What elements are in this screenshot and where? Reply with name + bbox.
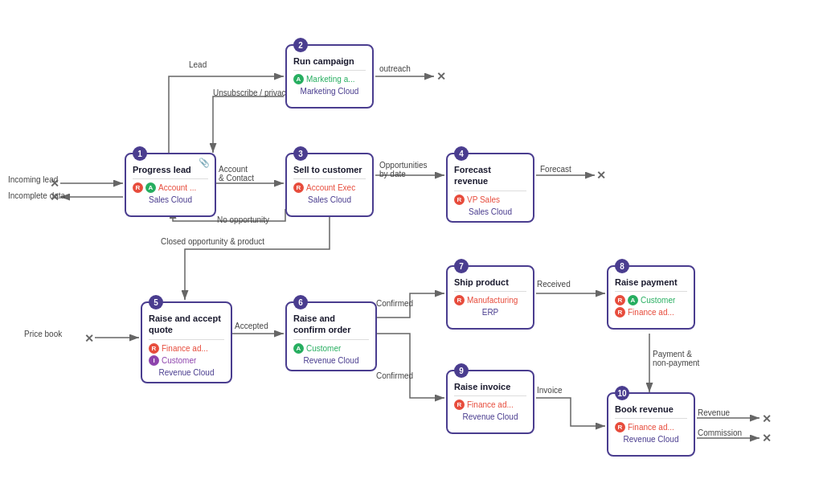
node-2-number: 2	[293, 38, 308, 52]
label-received: Received	[537, 280, 571, 289]
badge-r: R	[454, 195, 465, 205]
badge-r: R	[615, 295, 625, 305]
badge-a: A	[145, 182, 156, 193]
node-9-role-1: R Finance ad...	[454, 400, 526, 410]
label-outreach: outreach	[379, 64, 411, 73]
role-name-2: Marketing a...	[306, 75, 355, 84]
node-5-raise-accept-quote[interactable]: 5 Raise and accept quote R Finance ad...…	[141, 301, 232, 383]
label-confirmed-ship: Confirmed	[376, 299, 413, 308]
node-9-number: 9	[454, 363, 469, 378]
badge-a: A	[293, 74, 304, 84]
role-name-7: Manufacturing	[467, 296, 518, 305]
node-5-system: Revenue Cloud	[149, 368, 224, 377]
node-8-raise-payment[interactable]: 8 Raise payment R A Customer R Finance a…	[607, 265, 695, 330]
role-name-8a: Customer	[641, 296, 675, 305]
node-8-role-2: R Finance ad...	[615, 307, 687, 318]
label-unsubscribe: Unsubscribe / privacy	[213, 88, 290, 97]
attachment-icon: 📎	[199, 158, 210, 168]
node-6-raise-confirm-order[interactable]: 6 Raise and confirm order A Customer Rev…	[285, 301, 377, 371]
role-name-3: Account Exec	[306, 183, 355, 192]
node-6-number: 6	[293, 295, 308, 309]
node-9-raise-invoice[interactable]: 9 Raise invoice R Finance ad... Revenue …	[446, 370, 534, 434]
role-name-10: Finance ad...	[628, 423, 674, 432]
label-closed-opp: Closed opportunity & product	[161, 237, 264, 246]
x-marker-forecast: ✕	[596, 169, 606, 182]
node-3-number: 3	[293, 146, 308, 161]
x-marker-incomplete: ✕	[50, 191, 59, 203]
node-8-title: Raise payment	[615, 277, 687, 288]
node-6-title: Raise and confirm order	[293, 313, 369, 336]
node-2-title: Run campaign	[293, 55, 366, 67]
x-marker-pricebook: ✕	[84, 332, 94, 345]
role-name-4: VP Sales	[467, 195, 500, 204]
node-4-role-1: R VP Sales	[454, 195, 526, 205]
node-3-role-1: R Account Exec	[293, 182, 366, 193]
node-10-system: Revenue Cloud	[615, 435, 687, 444]
role-name-1: Account ...	[158, 183, 196, 192]
node-3-sell-to-customer[interactable]: 3 Sell to customer R Account Exec Sales …	[285, 153, 374, 217]
badge-r: R	[454, 400, 465, 410]
label-revenue: Revenue	[698, 408, 730, 417]
label-payment: Payment &non-payment	[653, 350, 699, 367]
label-account-contact: Account& Contact	[219, 165, 254, 182]
node-8-number: 8	[615, 259, 629, 273]
node-10-role-1: R Finance ad...	[615, 422, 687, 432]
node-9-title: Raise invoice	[454, 381, 526, 392]
node-10-title: Book revenue	[615, 404, 687, 415]
label-invoice: Invoice	[537, 386, 563, 395]
node-8-role-1: R A Customer	[615, 295, 687, 305]
node-7-ship-product[interactable]: 7 Ship product R Manufacturing ERP	[446, 265, 534, 330]
node-4-number: 4	[454, 146, 469, 161]
node-7-title: Ship product	[454, 277, 526, 288]
label-price-book: Price book	[24, 330, 62, 338]
label-accepted: Accepted	[235, 322, 268, 330]
node-10-book-revenue[interactable]: 10 Book revenue R Finance ad... Revenue …	[607, 392, 695, 457]
badge-a: A	[628, 295, 638, 305]
node-7-role-1: R Manufacturing	[454, 295, 526, 305]
label-no-opportunity: No opportunity	[217, 215, 269, 224]
badge-r: R	[615, 422, 625, 432]
role-name-5b: Customer	[162, 356, 196, 365]
node-2-run-campaign[interactable]: 2 Run campaign A Marketing a... Marketin…	[285, 44, 374, 109]
label-lead: Lead	[189, 60, 207, 69]
node-1-system: Sales Cloud	[133, 195, 208, 204]
node-5-role-1: R Finance ad...	[149, 343, 224, 354]
node-5-number: 5	[149, 295, 163, 309]
badge-r: R	[293, 182, 304, 193]
role-name-9: Finance ad...	[467, 400, 514, 409]
badge-a: A	[293, 343, 304, 354]
node-4-system: Sales Cloud	[454, 207, 526, 216]
node-1-role-1: R A Account ...	[133, 182, 208, 193]
node-4-forecast-revenue[interactable]: 4 Forecast revenue R VP Sales Sales Clou…	[446, 153, 534, 223]
role-name-6: Customer	[306, 344, 341, 353]
x-marker-commission: ✕	[762, 432, 772, 445]
node-7-number: 7	[454, 259, 469, 273]
node-1-number: 1	[133, 146, 147, 161]
x-marker-revenue: ✕	[762, 412, 772, 425]
node-1-title: Progress lead	[133, 164, 208, 175]
node-2-system: Marketing Cloud	[293, 87, 366, 96]
role-name-8b: Finance ad...	[628, 308, 674, 317]
node-6-system: Revenue Cloud	[293, 356, 369, 365]
label-forecast: Forecast	[540, 165, 571, 174]
role-name-5a: Finance ad...	[162, 344, 208, 353]
badge-i: I	[149, 355, 159, 366]
node-4-title: Forecast revenue	[454, 164, 526, 187]
process-diagram: Incoming lead Incomplete data Lead Unsub…	[0, 0, 823, 504]
node-5-title: Raise and accept quote	[149, 313, 224, 336]
node-6-role-1: A Customer	[293, 343, 369, 354]
label-confirmed-invoice: Confirmed	[376, 371, 413, 380]
label-commission: Commission	[698, 428, 742, 437]
badge-r: R	[149, 343, 159, 354]
node-7-system: ERP	[454, 308, 526, 317]
badge-r2: R	[615, 307, 625, 318]
badge-r: R	[133, 182, 143, 193]
node-9-system: Revenue Cloud	[454, 412, 526, 421]
node-1-progress-lead[interactable]: 1 📎 Progress lead R A Account ... Sales …	[125, 153, 216, 217]
node-3-system: Sales Cloud	[293, 195, 366, 204]
node-3-title: Sell to customer	[293, 164, 366, 175]
node-2-role-1: A Marketing a...	[293, 74, 366, 84]
label-opportunities: Opportunitiesby date	[379, 161, 427, 178]
node-10-number: 10	[615, 386, 629, 400]
badge-r: R	[454, 295, 465, 305]
